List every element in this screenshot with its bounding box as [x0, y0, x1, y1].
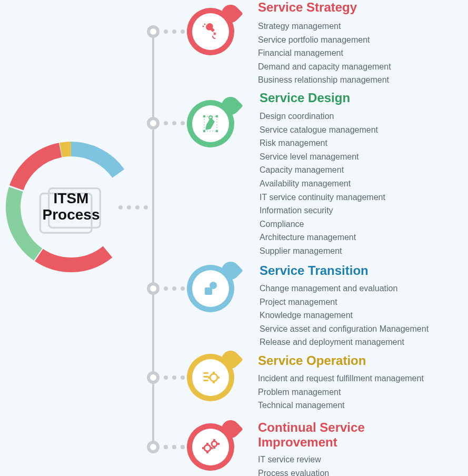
section-items-strategy: Strategy managementService portfolio man… — [258, 19, 391, 87]
timeline-node-strategy — [147, 25, 185, 38]
hub-title: ITSM Process — [5, 141, 137, 273]
node-dot — [147, 371, 160, 384]
list-item: Knowledge management — [260, 309, 429, 322]
list-item: Architecture management — [260, 231, 385, 244]
list-item: Risk management — [260, 136, 385, 150]
node-dot — [147, 117, 160, 130]
list-item: Release and deployment management — [260, 335, 429, 349]
list-item: Financial management — [258, 46, 391, 60]
list-item: Project management — [260, 295, 429, 309]
section-items-design: Design coordinationService catalogue man… — [260, 110, 385, 258]
node-connector — [164, 286, 185, 291]
list-item: Technical management — [258, 399, 424, 412]
timeline-node-operation — [147, 371, 185, 384]
hub: ITSM Process — [5, 141, 137, 273]
list-item: Supplier management — [260, 244, 385, 258]
section-items-improvement: IT service reviewProcess evaluation — [258, 453, 329, 476]
section-title-improvement: Continual Service Improvement — [258, 420, 432, 450]
list-item: IT service continuity management — [260, 191, 385, 204]
hub-title-line1: ITSM — [54, 191, 89, 207]
list-item: Information security — [260, 204, 385, 217]
list-item: Demand and capacity management — [258, 60, 391, 74]
bubble-operation — [187, 354, 234, 401]
gears-icon — [192, 429, 229, 465]
shapes-icon — [192, 270, 229, 307]
list-item: Incident and request fulfillment managem… — [258, 372, 424, 385]
node-connector — [164, 375, 185, 380]
list-item: Service asset and configuration Manageme… — [260, 322, 429, 336]
list-item: Service catalogue management — [260, 123, 385, 137]
section-items-transition: Change management and evaluationProject … — [260, 282, 429, 349]
list-item: Service level management — [260, 150, 385, 164]
list-item: Availability management — [260, 177, 385, 191]
node-connector — [164, 445, 185, 449]
bubble-design — [187, 100, 234, 147]
list-item: Design coordination — [260, 110, 385, 123]
section-title-operation: Service Operation — [258, 353, 366, 368]
section-title-transition: Service Transition — [260, 263, 369, 278]
node-connector — [164, 29, 185, 34]
list-item: Business relationship management — [258, 73, 391, 87]
hub-title-line2: Process — [43, 207, 100, 223]
list-item: Strategy management — [258, 19, 391, 33]
node-connector — [164, 121, 185, 125]
timeline-node-improvement — [147, 441, 185, 453]
section-title-strategy: Service Strategy — [258, 0, 357, 15]
hub-connector — [118, 205, 161, 210]
list-item: Change management and evaluation — [260, 282, 429, 295]
section-items-operation: Incident and request fulfillment managem… — [258, 372, 424, 412]
list-item: Compliance — [260, 217, 385, 231]
node-dot — [147, 282, 160, 295]
list-item: Problem management — [258, 385, 424, 399]
section-title-design: Service Design — [260, 91, 350, 105]
timeline-node-design — [147, 117, 185, 130]
list-item: Service portfolio management — [258, 33, 391, 47]
list-item: Capacity management — [260, 163, 385, 177]
node-dot — [147, 25, 160, 38]
list-item: IT service review — [258, 453, 329, 467]
bubble-transition — [187, 265, 234, 312]
pen-icon — [192, 105, 229, 142]
list-item: Process evaluation — [258, 467, 329, 476]
node-dot — [147, 441, 160, 453]
timeline-line — [152, 32, 154, 453]
bubble-improvement — [187, 423, 234, 471]
timeline-node-transition — [147, 282, 185, 295]
bubble-strategy — [187, 8, 234, 55]
list-gear-icon — [192, 359, 229, 396]
chess-icon — [192, 13, 229, 50]
